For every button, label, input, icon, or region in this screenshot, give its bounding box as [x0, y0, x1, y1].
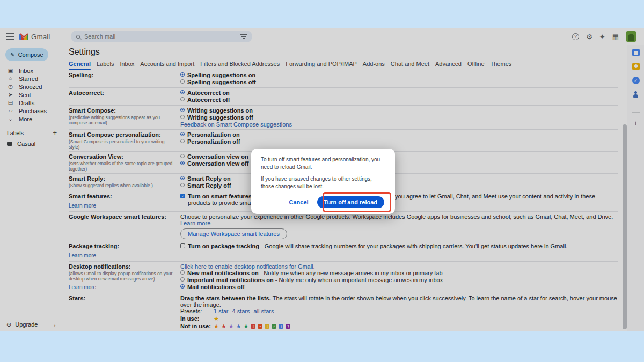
- search-bar[interactable]: [71, 31, 252, 42]
- radio-autocorrect-off[interactable]: [180, 97, 185, 101]
- tab-accounts-and-import[interactable]: Accounts and Import: [140, 61, 194, 67]
- tab-filters[interactable]: Filters and Blocked Addresses: [200, 61, 280, 67]
- radio-writing-suggestions-off[interactable]: [180, 115, 185, 119]
- left-sidebar: ✎ Compose ▣Inbox ☆Starred ◷Snoozed ➤Sent…: [0, 45, 63, 331]
- send-icon: ➤: [7, 92, 14, 98]
- tab-themes[interactable]: Themes: [491, 61, 512, 67]
- desktop-notifications-learn-more-link[interactable]: Learn more: [69, 284, 96, 290]
- draft-icon: ▤: [7, 100, 14, 106]
- yellow-star-icon[interactable]: ★: [214, 316, 219, 322]
- star-icon: ☆: [7, 76, 14, 82]
- setting-row-package-tracking: Package tracking: Learn more Turn on pac…: [69, 241, 618, 262]
- tab-forwarding[interactable]: Forwarding and POP/IMAP: [286, 61, 357, 67]
- sidebar-item-purchases[interactable]: ▱Purchases: [0, 107, 63, 115]
- settings-tabs: General Labels Inbox Accounts and Import…: [69, 61, 618, 70]
- sidebar-item-snoozed[interactable]: ◷Snoozed: [0, 83, 63, 91]
- orange-star-icon[interactable]: ★: [214, 323, 219, 329]
- enable-desktop-notifications-link[interactable]: Click here to enable desktop notificatio…: [180, 263, 315, 270]
- smart-features-learn-more-link[interactable]: Learn more: [69, 203, 96, 209]
- dialog-text-line-2: If you have unsaved changes to other set…: [261, 175, 385, 190]
- keep-notes-icon[interactable]: [632, 63, 640, 70]
- red-bang-icon[interactable]: !: [251, 324, 255, 329]
- setting-row-smart-compose: Smart Compose: (predictive writing sugge…: [69, 106, 618, 130]
- help-icon[interactable]: ?: [572, 33, 579, 40]
- tab-offline[interactable]: Offline: [467, 61, 485, 67]
- radio-smart-reply-on[interactable]: [180, 176, 185, 180]
- green-star-icon[interactable]: ★: [244, 323, 249, 329]
- pencil-icon: ✎: [10, 52, 14, 58]
- tab-inbox[interactable]: Inbox: [120, 61, 134, 67]
- tasks-icon[interactable]: ✓: [632, 77, 640, 84]
- inbox-icon: ▣: [7, 68, 14, 73]
- chevron-down-icon: ⌄: [7, 116, 14, 122]
- top-bar: Gmail ? ⚙ ✦ ▦: [0, 28, 644, 45]
- tab-general[interactable]: General: [69, 61, 91, 67]
- setting-row-workspace-smart-features: Google Workspace smart features: Choose …: [69, 212, 618, 241]
- calendar-icon[interactable]: [632, 49, 640, 56]
- stars-preset-all-stars[interactable]: all stars: [254, 308, 274, 315]
- workspace-learn-more-link[interactable]: Learn more: [180, 220, 210, 226]
- stars-preset-4-stars[interactable]: 4 stars: [232, 308, 250, 315]
- contacts-icon[interactable]: [632, 91, 640, 98]
- checkbox-package-tracking[interactable]: [180, 243, 185, 248]
- sidebar-item-more[interactable]: ⌄More: [0, 115, 63, 123]
- radio-mail-notifications-off[interactable]: [180, 284, 185, 289]
- radio-smart-reply-off[interactable]: [180, 183, 185, 187]
- blue-star-icon[interactable]: ★: [236, 323, 241, 329]
- radio-spelling-off[interactable]: [180, 79, 185, 84]
- compose-label: Compose: [18, 51, 43, 58]
- setting-row-spelling: Spelling: Spelling suggestions on Spelli…: [69, 70, 618, 88]
- red-star-icon[interactable]: ★: [221, 323, 226, 329]
- stars-preset-1-star[interactable]: 1 star: [214, 308, 229, 315]
- purchases-tag-icon: ▱: [7, 108, 14, 114]
- tab-labels[interactable]: Labels: [97, 61, 114, 67]
- arrow-right-icon: →: [50, 321, 57, 328]
- radio-spelling-on[interactable]: [180, 72, 185, 77]
- checkbox-smart-features[interactable]: [180, 194, 185, 198]
- tab-chat-and-meet[interactable]: Chat and Meet: [391, 61, 429, 67]
- hamburger-menu-icon[interactable]: [6, 33, 19, 40]
- settings-gear-icon[interactable]: ⚙: [586, 33, 592, 40]
- side-panel-divider: [632, 112, 640, 113]
- sidebar-item-sent[interactable]: ➤Sent: [0, 91, 63, 99]
- package-tracking-learn-more-link[interactable]: Learn more: [69, 253, 96, 258]
- purple-question-icon[interactable]: ?: [286, 324, 290, 329]
- radio-conversation-view-off[interactable]: [180, 161, 185, 165]
- search-icon: [76, 35, 80, 39]
- radio-conversation-view-on[interactable]: [180, 154, 185, 158]
- radio-new-mail-notifications-on[interactable]: [180, 270, 185, 275]
- create-label-plus-icon[interactable]: +: [53, 129, 57, 137]
- cancel-button[interactable]: Cancel: [289, 199, 309, 205]
- tab-advanced[interactable]: Advanced: [435, 61, 462, 67]
- gmail-logo[interactable]: Gmail: [19, 33, 62, 41]
- radio-autocorrect-on[interactable]: [180, 90, 185, 94]
- apps-grid-icon[interactable]: ▦: [612, 33, 619, 40]
- orange-guillemet-icon[interactable]: »: [258, 324, 262, 329]
- radio-important-mail-notifications-on[interactable]: [180, 277, 185, 282]
- radio-personalization-off[interactable]: [180, 139, 185, 143]
- sidebar-item-inbox[interactable]: ▣Inbox: [0, 67, 63, 75]
- setting-row-stars: Stars: Drag the stars between the lists.…: [69, 293, 618, 331]
- search-filter-icon[interactable]: [240, 34, 247, 39]
- tab-add-ons[interactable]: Add-ons: [363, 61, 385, 67]
- sidebar-item-starred[interactable]: ☆Starred: [0, 75, 63, 83]
- radio-personalization-on[interactable]: [180, 132, 185, 136]
- main-scrollbar-thumb[interactable]: [623, 124, 627, 329]
- right-side-panel: ✓ +: [627, 45, 644, 331]
- get-addons-plus-icon[interactable]: +: [634, 119, 638, 127]
- sidebar-label-casual[interactable]: Casual: [0, 141, 63, 147]
- account-avatar[interactable]: [626, 31, 636, 42]
- compose-button[interactable]: ✎ Compose: [5, 48, 48, 61]
- search-input[interactable]: [84, 33, 236, 40]
- yellow-bang-icon[interactable]: !: [265, 324, 269, 329]
- purple-star-icon[interactable]: ★: [229, 323, 234, 329]
- sidebar-item-drafts[interactable]: ▤Drafts: [0, 99, 63, 107]
- green-check-icon[interactable]: ✓: [272, 324, 276, 329]
- upgrade-button[interactable]: ⊙ Upgrade →: [0, 321, 63, 328]
- sparkle-icon[interactable]: ✦: [599, 33, 605, 40]
- smart-compose-feedback-link[interactable]: Feedback on Smart Compose suggestions: [180, 121, 292, 128]
- manage-workspace-smart-features-button[interactable]: Manage Workspace smart features: [180, 228, 287, 239]
- blue-info-icon[interactable]: i: [279, 324, 283, 329]
- turn-off-and-reload-button[interactable]: Turn off and reload: [317, 196, 384, 208]
- radio-writing-suggestions-on[interactable]: [180, 108, 185, 112]
